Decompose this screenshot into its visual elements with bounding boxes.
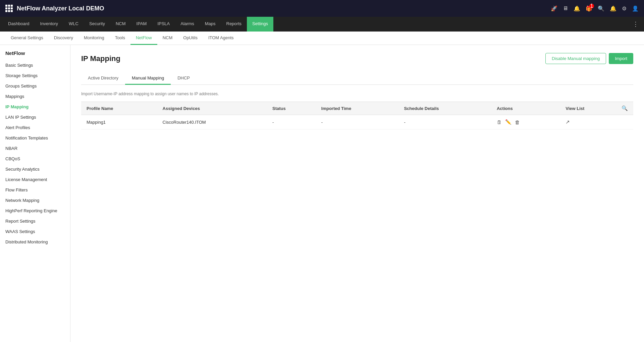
nav-settings[interactable]: Settings [247,17,273,32]
nav-reports[interactable]: Reports [221,17,247,32]
data-table: Profile Name Assigned Devices Status Imp… [81,102,633,129]
nav-ncm[interactable]: NCM [110,17,131,32]
sidebar-item-alert-profiles[interactable]: Alert Profiles [0,122,70,133]
sidebar-item-storage-settings[interactable]: Storage Settings [0,70,70,81]
sidebar-item-groups-settings[interactable]: Groups Settings [0,81,70,91]
sidebar-item-report-settings[interactable]: Report Settings [0,216,70,226]
th-schedule-details: Schedule Details [398,102,491,115]
nav-ipsla[interactable]: IPSLA [152,17,175,32]
subnav-discovery[interactable]: Discovery [49,32,78,45]
search-icon[interactable]: 🔍 [598,5,604,12]
gift-icon[interactable]: 🎁1 [586,5,592,12]
th-profile-name: Profile Name [81,102,157,115]
rocket-icon[interactable]: 🚀 [551,5,557,12]
nav-dashboard[interactable]: Dashboard [3,17,35,32]
nav-inventory[interactable]: Inventory [35,17,63,32]
nav-security[interactable]: Security [84,17,110,32]
cell-profile-name: Mapping1 [81,115,157,129]
app-title: NetFlow Analyzer Local DEMO [17,5,104,12]
main-nav: Dashboard Inventory WLC Security NCM IPA… [0,17,644,32]
subnav-monitoring[interactable]: Monitoring [78,32,110,45]
main-nav-links: Dashboard Inventory WLC Security NCM IPA… [3,17,273,32]
tab-active-directory[interactable]: Active Directory [81,72,125,85]
sidebar-title: NetFlow [0,50,70,60]
tab-manual-mapping[interactable]: Manual Mapping [125,72,171,85]
header-buttons: Disable Manual mapping Import [545,53,633,64]
cell-imported-time: - [316,115,399,129]
cell-view-list: ↗ [560,115,633,129]
sidebar-item-license-management[interactable]: License Management [0,174,70,185]
cell-schedule-details: - [398,115,491,129]
sidebar-item-nbar[interactable]: NBAR [0,143,70,154]
action-icons: 🗓 ✏️ 🗑 [497,119,555,125]
info-text: Import Username-IP address mapping to as… [81,92,633,96]
view-list-action-icon[interactable]: ↗ [566,119,570,125]
nav-wlc[interactable]: WLC [63,17,84,32]
sidebar-item-waas-settings[interactable]: WAAS Settings [0,226,70,237]
cell-actions: 🗓 ✏️ 🗑 [491,115,560,129]
tabs: Active Directory Manual Mapping DHCP [81,72,633,85]
sidebar-item-distributed-monitoring[interactable]: Distributed Monitoring [0,237,70,247]
grid-menu-icon[interactable] [5,5,13,12]
table-search-icon[interactable]: 🔍 [622,105,628,111]
nav-maps[interactable]: Maps [200,17,221,32]
disable-manual-mapping-button[interactable]: Disable Manual mapping [545,53,606,64]
sidebar-item-mappings[interactable]: Mappings [0,91,70,102]
top-bar-icons: 🚀 🖥 🔔 🎁1 🔍 🔔 ⚙ 👤 [551,5,639,12]
page-title: IP Mapping [81,54,120,63]
gear-icon[interactable]: ⚙ [622,5,627,12]
sidebar-item-cbqos[interactable]: CBQoS [0,154,70,164]
schedule-action-icon[interactable]: 🗓 [497,119,502,125]
th-actions: Actions [491,102,560,115]
bell-slash-icon[interactable]: 🔔 [574,5,580,12]
cell-assigned-devices: CiscoRouter140.ITOM [157,115,267,129]
user-icon[interactable]: 👤 [632,5,639,12]
th-assigned-devices: Assigned Devices [157,102,267,115]
top-bar-left: NetFlow Analyzer Local DEMO [5,5,104,12]
sidebar-item-ip-mapping[interactable]: IP Mapping [0,102,70,112]
top-bar: NetFlow Analyzer Local DEMO 🚀 🖥 🔔 🎁1 🔍 🔔… [0,0,644,17]
sidebar-item-security-analytics[interactable]: Security Analytics [0,164,70,174]
subnav-oputils[interactable]: OpUtils [178,32,203,45]
alert-bell-icon[interactable]: 🔔 [610,5,616,12]
cell-status: - [267,115,316,129]
delete-action-icon[interactable]: 🗑 [515,119,520,125]
nav-more-icon[interactable]: ⋮ [630,20,641,28]
sidebar-item-highperf-reporting[interactable]: HighPerf Reporting Engine [0,206,70,216]
sub-nav: General Settings Discovery Monitoring To… [0,32,644,45]
nav-ipam[interactable]: IPAM [131,17,152,32]
subnav-ncm[interactable]: NCM [157,32,178,45]
sidebar-item-notification-templates[interactable]: Notification Templates [0,133,70,143]
edit-action-icon[interactable]: ✏️ [505,119,512,125]
sidebar-item-basic-settings[interactable]: Basic Settings [0,60,70,70]
nav-alarms[interactable]: Alarms [175,17,199,32]
th-view-list-label: View List [566,106,584,111]
sidebar: NetFlow Basic Settings Storage Settings … [0,45,70,342]
th-status: Status [267,102,316,115]
subnav-tools[interactable]: Tools [110,32,130,45]
sidebar-item-flow-filters[interactable]: Flow Filters [0,185,70,195]
monitor-icon[interactable]: 🖥 [563,5,568,11]
th-view-list: View List 🔍 [560,102,633,115]
sidebar-item-network-mapping[interactable]: Network Mapping [0,195,70,206]
subnav-netflow[interactable]: NetFlow [130,32,157,45]
page-header: IP Mapping Disable Manual mapping Import [81,53,633,64]
table-header-row: Profile Name Assigned Devices Status Imp… [81,102,633,115]
layout: NetFlow Basic Settings Storage Settings … [0,45,644,342]
subnav-itom-agents[interactable]: ITOM Agents [203,32,239,45]
th-imported-time: Imported Time [316,102,399,115]
main-content: IP Mapping Disable Manual mapping Import… [70,45,644,342]
import-button[interactable]: Import [609,53,633,64]
tab-dhcp[interactable]: DHCP [171,72,197,85]
table-row: Mapping1 CiscoRouter140.ITOM - - - 🗓 ✏️ … [81,115,633,129]
subnav-general-settings[interactable]: General Settings [5,32,49,45]
sidebar-item-lan-ip-settings[interactable]: LAN IP Settings [0,112,70,122]
